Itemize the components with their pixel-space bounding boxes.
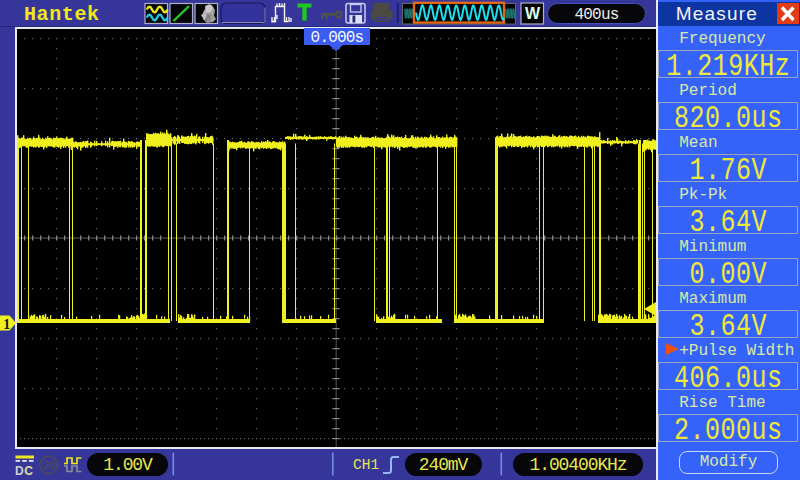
svg-text:1: 1 xyxy=(3,317,10,332)
